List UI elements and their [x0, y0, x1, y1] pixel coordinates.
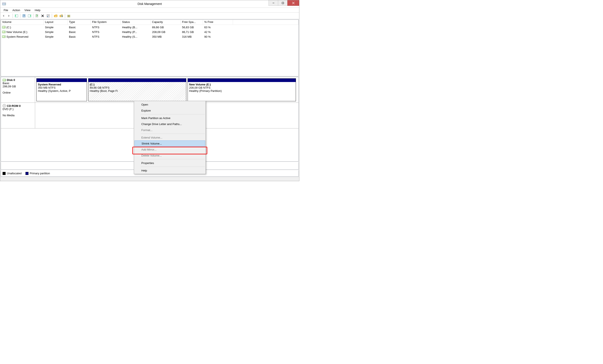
- volume-list-header: VolumeLayoutTypeFile SystemStatusCapacit…: [1, 20, 299, 25]
- menu-action[interactable]: Action: [10, 8, 22, 12]
- menu-help[interactable]: Help: [33, 8, 43, 12]
- show-hide-console-icon[interactable]: [14, 13, 19, 18]
- search-icon[interactable]: [59, 13, 64, 18]
- volume-cell-free: 86,71 GB: [181, 30, 203, 34]
- volume-name: (C:): [6, 26, 11, 29]
- context-open[interactable]: Open: [135, 102, 205, 107]
- volume-cell-free: 56,83 GB: [181, 25, 203, 29]
- svg-rect-4: [282, 2, 284, 4]
- legend-primary-label: Primary partition: [30, 172, 50, 175]
- drive-icon: [2, 26, 6, 28]
- context-extend[interactable]: Extend Volume...: [135, 135, 205, 140]
- column-header-volume[interactable]: Volume: [1, 20, 44, 25]
- cd-icon: [2, 104, 6, 107]
- separator: [141, 159, 205, 159]
- volume-cell-type: Basic: [68, 35, 91, 39]
- volume-cell-volume: (C:): [1, 25, 44, 29]
- open-folder-icon[interactable]: [53, 13, 58, 18]
- partition[interactable]: (C:)89,66 GB NTFSHealthy (Boot, Page Fi: [88, 78, 186, 101]
- volume-row[interactable]: System ReservedSimpleBasicNTFSHealthy (S…: [1, 34, 299, 39]
- window-controls: [269, 0, 299, 6]
- drive-icon: [2, 31, 6, 33]
- context-shrink[interactable]: Shrink Volume...: [135, 140, 205, 147]
- volume-cell-fs: NTFS: [91, 30, 121, 34]
- legend-unallocated-label: Unallocated: [7, 172, 22, 175]
- disk-info[interactable]: CD-ROM 0DVD (F:)No Media: [1, 103, 35, 128]
- disk-row: Disk 0Basic298,09 GBOnlineSystem Reserve…: [1, 77, 299, 103]
- partition-size: 350 MB NTFS: [38, 86, 85, 89]
- properties-icon[interactable]: [46, 13, 50, 18]
- separator: [65, 14, 65, 18]
- context-menu: Open Explore Mark Partition as Active Ch…: [134, 101, 206, 174]
- context-help[interactable]: Help: [135, 167, 205, 173]
- column-header-layout[interactable]: Layout: [44, 20, 68, 25]
- partition[interactable]: System Reserved350 MB NTFSHealthy (Syste…: [36, 78, 87, 101]
- partition-status: Healthy (Boot, Page Fi: [90, 89, 185, 92]
- volume-cell-fs: NTFS: [91, 25, 121, 29]
- action-pane-icon[interactable]: [27, 13, 32, 18]
- disk-info-line: No Media: [2, 114, 33, 117]
- context-change-letter[interactable]: Change Drive Letter and Paths...: [135, 121, 205, 127]
- close-button[interactable]: [287, 0, 299, 6]
- separator: [141, 134, 205, 134]
- help-icon[interactable]: ?: [22, 13, 26, 18]
- volume-cell-status: Healthy (P...: [121, 30, 151, 34]
- context-explore[interactable]: Explore: [135, 107, 205, 114]
- partition[interactable]: New Volume (E:)208,09 GB NTFSHealthy (Pr…: [187, 78, 296, 101]
- partition-title: System Reserved: [38, 83, 85, 86]
- disk-management-window: Disk Management File Action View Help ?: [0, 0, 299, 181]
- context-format[interactable]: Format...: [135, 127, 205, 133]
- menubar: File Action View Help: [0, 8, 299, 13]
- partition-body: New Volume (E:)208,09 GB NTFSHealthy (Pr…: [188, 82, 296, 101]
- disk-info[interactable]: Disk 0Basic298,09 GBOnline: [1, 77, 35, 102]
- context-mark-active[interactable]: Mark Partition as Active: [135, 115, 205, 121]
- volume-cell-pct: 63 %: [203, 25, 233, 29]
- volume-cell-layout: Simple: [44, 30, 68, 34]
- delete-icon[interactable]: [40, 13, 45, 18]
- volume-row[interactable]: New Volume (E:)SimpleBasicNTFSHealthy (P…: [1, 30, 299, 34]
- column-header-free[interactable]: Free Spa...: [181, 20, 203, 25]
- svg-point-2: [5, 4, 5, 4]
- volume-row[interactable]: (C:)SimpleBasicNTFSHealthy (B...89,66 GB…: [1, 25, 299, 30]
- column-header-status[interactable]: Status: [121, 20, 151, 25]
- svg-rect-14: [30, 15, 31, 16]
- menu-file[interactable]: File: [1, 8, 10, 12]
- column-header-fs[interactable]: File System: [91, 20, 121, 25]
- separator: [52, 14, 52, 18]
- volume-cell-layout: Simple: [44, 35, 68, 39]
- maximize-button[interactable]: [278, 0, 288, 6]
- minimize-button[interactable]: [268, 0, 278, 6]
- volume-name: New Volume (E:): [6, 30, 27, 34]
- menu-view[interactable]: View: [22, 8, 33, 12]
- legend-primary: Primary partition: [25, 172, 50, 175]
- context-mirror[interactable]: Add Mirror...: [135, 147, 205, 152]
- volume-cell-capacity: 89,66 GB: [151, 25, 181, 29]
- partition-body: (C:)89,66 GB NTFSHealthy (Boot, Page Fi: [88, 82, 186, 101]
- volume-name: System Reserved: [6, 35, 28, 38]
- status-bar: [0, 177, 299, 181]
- context-properties[interactable]: Properties: [135, 160, 205, 166]
- settings-icon[interactable]: [66, 13, 71, 18]
- partition-size: 89,66 GB NTFS: [90, 86, 185, 89]
- back-icon[interactable]: [1, 13, 6, 18]
- partition-status: Healthy (Primary Partition): [189, 89, 294, 92]
- column-header-type[interactable]: Type: [68, 20, 91, 25]
- column-header-pct[interactable]: % Free: [203, 20, 233, 25]
- volume-list-body: (C:)SimpleBasicNTFSHealthy (B...89,66 GB…: [1, 25, 299, 76]
- volume-cell-type: Basic: [68, 30, 91, 34]
- separator: [20, 14, 20, 18]
- window-title: Disk Management: [138, 2, 162, 6]
- volume-cell-type: Basic: [68, 25, 91, 29]
- forward-icon[interactable]: [7, 13, 11, 18]
- column-header-tail[interactable]: [233, 20, 299, 25]
- disk-partitions: System Reserved350 MB NTFSHealthy (Syste…: [35, 77, 299, 102]
- swatch-navy-icon: [25, 172, 28, 175]
- svg-text:?: ?: [23, 14, 25, 17]
- partition-header: [88, 79, 186, 82]
- refresh-icon[interactable]: [35, 13, 39, 18]
- partition-title: New Volume (E:): [189, 83, 294, 86]
- column-header-capacity[interactable]: Capacity: [151, 20, 181, 25]
- volume-cell-status: Healthy (B...: [121, 25, 151, 29]
- disk-info-line: Online: [2, 91, 33, 94]
- context-delete[interactable]: Delete Volume...: [135, 152, 205, 159]
